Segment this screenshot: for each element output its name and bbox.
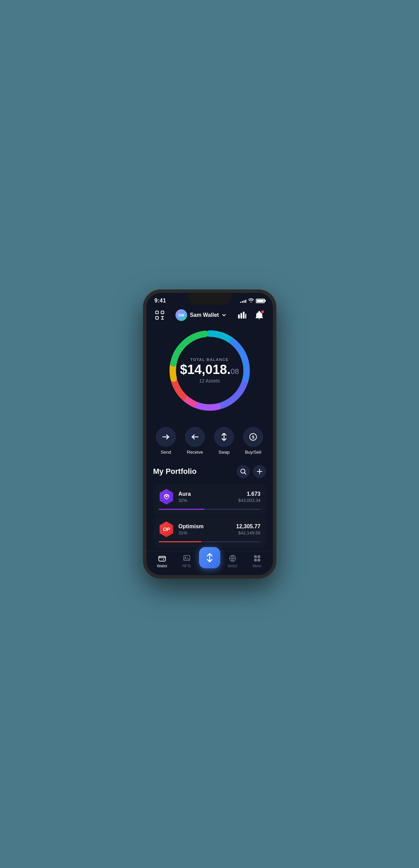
aura-values: 1.673 $43,003.34 — [238, 491, 260, 503]
asset-row: Aura 32% 1.673 $43,003.34 — [159, 489, 261, 505]
swap-icon — [221, 433, 227, 441]
signal-bar-1 — [240, 302, 241, 303]
notifications-button[interactable] — [253, 309, 266, 322]
portfolio-header: My Portfolio — [153, 465, 266, 478]
wifi-icon — [248, 298, 254, 303]
swap-label: Swap — [219, 450, 230, 455]
optimism-info: Optimism 31% — [179, 523, 232, 535]
receive-button[interactable]: Receive — [182, 427, 208, 455]
buysell-icon: $ — [249, 433, 257, 441]
chart-bars-icon — [238, 312, 246, 319]
nfts-icon — [183, 555, 191, 562]
svg-line-22 — [245, 473, 246, 474]
aura-amount: 1.673 — [238, 491, 260, 497]
battery-fill — [257, 300, 264, 302]
portfolio-search-button[interactable] — [237, 465, 250, 478]
send-button[interactable]: Send — [153, 427, 179, 455]
aura-icon — [159, 489, 174, 505]
receive-label: Receive — [187, 450, 203, 455]
optimism-values: 12,305.77 $42,149.56 — [236, 523, 260, 535]
wallet-nav-icon — [158, 554, 166, 562]
buysell-button[interactable]: $ Buy/Sell — [240, 427, 266, 455]
more-nav-icon — [253, 554, 261, 562]
balance-display: TOTAL BALANCE $14,018.08 12 Assets — [180, 358, 239, 384]
nfts-nav-label: NFTs — [182, 564, 191, 568]
header-right — [236, 309, 266, 322]
aura-usd: $43,003.34 — [238, 498, 260, 503]
op-symbol: OP — [163, 527, 170, 532]
svg-rect-9 — [245, 314, 246, 319]
svg-rect-1 — [161, 311, 164, 314]
nav-web3[interactable]: Web3 — [220, 554, 245, 568]
asset-card-aura[interactable]: Aura 32% 1.673 $43,003.34 — [153, 483, 266, 515]
nav-wallet[interactable]: Wallet — [150, 554, 174, 568]
more-nav-label: More — [253, 564, 261, 568]
asset-card-optimism[interactable]: OP Optimism 31% 12,305.77 $42,149.56 — [153, 516, 266, 548]
svg-rect-0 — [156, 311, 158, 314]
svg-point-21 — [241, 469, 245, 473]
chart-button[interactable] — [236, 309, 249, 322]
svg-point-27 — [163, 559, 164, 560]
nav-more[interactable]: More — [245, 554, 270, 568]
web3-icon — [229, 555, 236, 562]
notification-badge — [261, 310, 264, 313]
send-icon-circle — [156, 427, 176, 447]
svg-rect-26 — [159, 556, 166, 561]
balance-amount: $14,018.08 — [180, 363, 239, 376]
assets-count: 12 Assets — [180, 378, 239, 384]
app-header: SW Sam Wallet — [146, 305, 273, 324]
svg-rect-7 — [240, 313, 242, 319]
aura-symbol — [163, 494, 170, 500]
signal-bars-icon — [240, 299, 246, 303]
wallet-selector[interactable]: SW Sam Wallet — [175, 309, 226, 321]
web3-nav-label: Web3 — [227, 564, 237, 568]
web3-nav-icon — [228, 554, 237, 562]
swap-icon-circle — [214, 427, 234, 447]
optimism-name: Optimism — [179, 523, 232, 530]
wallet-nav-label: Wallet — [157, 564, 167, 568]
svg-rect-37 — [258, 559, 260, 561]
nfts-nav-icon — [183, 554, 191, 562]
optimism-percent: 31% — [179, 530, 232, 535]
asset-list: Aura 32% 1.673 $43,003.34 — [153, 483, 266, 548]
svg-point-25 — [166, 496, 167, 497]
bottom-nav: Wallet NFTs — [146, 551, 273, 575]
aura-name: Aura — [179, 491, 234, 497]
wallet-icon — [158, 555, 166, 562]
optimism-amount: 12,305.77 — [236, 523, 260, 530]
status-icons — [240, 298, 265, 303]
send-label: Send — [161, 450, 171, 455]
portfolio-add-button[interactable] — [253, 465, 266, 478]
asset-row: OP Optimism 31% 12,305.77 $42,149.56 — [159, 521, 261, 537]
signal-bar-4 — [245, 300, 246, 303]
receive-icon-circle — [185, 427, 205, 447]
svg-text:$: $ — [252, 435, 254, 440]
more-icon — [253, 555, 261, 562]
center-action-button[interactable] — [199, 547, 220, 568]
optimism-progress-fill — [159, 541, 201, 542]
battery-icon — [256, 299, 265, 303]
receive-icon — [191, 434, 199, 440]
nav-nfts[interactable]: NFTs — [174, 554, 199, 568]
scan-button[interactable] — [153, 309, 166, 322]
buysell-label: Buy/Sell — [245, 450, 261, 455]
optimism-progress-bar — [159, 541, 261, 542]
aura-info: Aura 32% — [179, 491, 234, 503]
balance-label: TOTAL BALANCE — [180, 358, 239, 362]
aura-progress-bar — [159, 509, 261, 510]
notch — [188, 293, 231, 305]
portfolio-actions — [237, 465, 266, 478]
chevron-down-icon — [222, 313, 226, 318]
status-time: 9:41 — [155, 298, 166, 304]
swap-button[interactable]: Swap — [211, 427, 237, 455]
search-icon — [240, 468, 246, 475]
aura-percent: 32% — [179, 498, 234, 503]
donut-chart: TOTAL BALANCE $14,018.08 12 Assets — [163, 324, 256, 417]
action-buttons: Send Receive Swap — [146, 424, 273, 462]
buysell-icon-circle: $ — [243, 427, 263, 447]
phone-screen: 9:41 — [146, 293, 273, 575]
signal-bar-3 — [244, 300, 245, 303]
wallet-name: Sam Wallet — [190, 312, 219, 318]
avatar: SW — [175, 309, 187, 321]
svg-rect-35 — [258, 555, 260, 558]
